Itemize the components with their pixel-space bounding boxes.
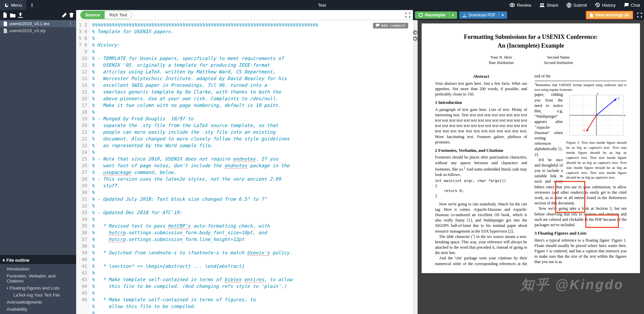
chevron-down-icon: ▾ [3,258,5,263]
svg-point-3 [542,3,544,5]
review-label: Review [517,3,531,8]
annotation-box [555,181,585,213]
sync-left-icon[interactable]: ◀ [413,30,418,35]
svg-point-0 [510,3,515,7]
code-block: int main(int argc, char *argv[]) { retur… [435,179,527,198]
file-icon [590,13,593,17]
section-heading: 3 Floating Figures and Lists [535,230,627,236]
author-block: Your N. HereYour Institution Second Name… [435,55,627,65]
rich-text-tab[interactable]: Rich Text [105,11,132,19]
download-pdf-button[interactable]: Download PDF ▾ [459,11,507,19]
pdf-page: Formatting Submissions for a USENIX Conf… [422,23,640,273]
chat-button[interactable]: Chat [620,0,644,10]
svg-text:−u: −u [581,128,585,132]
new-folder-icon[interactable] [10,13,15,17]
chat-label: Chat [631,3,640,8]
share-button[interactable]: Share [535,0,562,10]
pdf-preview[interactable]: Formatting Submissions for a USENIX Conf… [418,20,644,314]
expand-pdf-icon[interactable] [637,13,642,17]
svg-marker-9 [614,99,616,101]
chevron-down-icon: ▾ [7,287,8,290]
history-icon [595,3,600,8]
author-inst: Your Institution [489,60,514,65]
up-arrow-icon: ↥ [30,3,34,8]
refresh-icon [418,13,423,17]
watermark-text: 知乎 @Kingdo [521,275,624,294]
section-heading: 2 Footnotes, Verbatim, and Citations [435,147,527,153]
delete-icon[interactable] [69,13,73,17]
add-comment-button[interactable]: Add comment [373,23,408,28]
source-tab[interactable]: Source [80,11,105,19]
paragraph: Now we're going to cite somebody. Watch … [435,201,527,234]
file-outline-header[interactable]: ▾ File outline [0,256,76,264]
svg-point-2 [540,3,542,5]
review-icon [509,3,515,7]
top-bar: Menu ↥ Test Review Share Submit History … [0,0,644,10]
outline-item[interactable]: ▾Floating Figures and Lists [0,285,76,292]
globe-icon [567,3,572,8]
paragraph: A paragraph of text goes here. Lots of t… [435,107,527,145]
more-icon[interactable]: ⋮ [68,21,73,26]
comment-icon [376,24,380,27]
file-item-tex[interactable]: usenix2019_v3.1.tex ⋮ [0,20,76,27]
history-button[interactable]: History [591,0,620,10]
people-icon [539,3,545,7]
abstract-text: Your abstract text goes here. Just a few… [435,81,527,97]
submit-label: Submit [574,3,587,8]
file-name-label: usenix2019_v3.sty [9,28,46,33]
new-file-icon[interactable] [3,12,7,18]
add-comment-label: Add comment [381,23,406,28]
download-label: Download PDF [469,13,496,17]
author-name: Second Name [544,55,573,60]
code-content[interactable]: %%%%%%%%%%%%%%%%%%%%%%%%%%%%%%%%%%%%%%%%… [90,20,413,314]
share-label: Share [547,3,558,8]
svg-line-8 [596,99,616,115]
footnote: 1Remember that USENIX format stopped usi… [535,81,627,92]
file-tree-panel: usenix2019_v3.1.tex ⋮ usenix2019_v3.sty … [0,20,76,314]
paragraph: Footnotes should be places after punctua… [435,154,527,177]
code-editor[interactable]: Add comment 1 2 3 4 5 6 7 8 9 10 11 12 1… [76,20,413,314]
paper-body: Abstract Your abstract text goes here. J… [435,73,627,266]
review-button[interactable]: Review [505,0,535,10]
outline-item[interactable]: LaTeX-ing Your TeX File [0,292,76,299]
section-heading: 1 Introduction [435,100,527,106]
author-inst: Second Institution [544,60,573,65]
menu-label: Menu [11,3,22,8]
history-label: History [602,3,615,8]
expand-editor-icon[interactable] [406,13,410,17]
figure-1: y x u −u Figure 1: Text size inside figu… [566,92,627,180]
svg-line-10 [586,115,596,131]
outline-item[interactable]: Availability [0,306,76,313]
toolbar-row: Source Rich Text Recompile ▾ Download PD… [0,10,644,20]
outline-list: Introduction Footnotes, Verbatim, and Ci… [0,264,76,314]
rename-icon[interactable] [62,13,67,17]
paragraph: The tilde character (˜) in the tex sourc… [435,234,527,256]
file-icon [3,28,7,33]
figure-caption: Figure 1: Text size inside figure should… [566,140,627,180]
svg-marker-11 [586,129,589,131]
warnings-label: View warnings (4) [595,13,629,17]
sync-right-icon[interactable]: ▶ [413,36,418,41]
file-item-sty[interactable]: usenix2019_v3.sty [0,27,76,34]
recompile-button[interactable]: Recompile ▾ [415,11,457,19]
abstract-heading: Abstract [435,73,527,79]
author-name: Your N. Here [489,55,514,60]
svg-text:y: y [597,92,599,95]
outline-item[interactable]: Footnotes, Verbatim, and Citations [0,272,76,285]
paragraph: Here's a typical reference to a floating… [535,238,627,265]
outline-item[interactable]: Introduction [0,265,76,272]
svg-point-1 [512,4,513,6]
overleaf-logo-icon [4,3,9,8]
up-button[interactable]: ↥ [26,0,38,10]
menu-button[interactable]: Menu [0,0,26,10]
line-gutter: 1 2 3 4 5 6 7 8 9 10 11 12 13 14 15 16 1… [76,20,90,314]
svg-text:u: u [618,96,620,100]
submit-button[interactable]: Submit [562,0,591,10]
editor-pdf-splitter[interactable]: ◀ ▶ [413,20,418,314]
download-icon [463,13,467,17]
upload-icon[interactable] [18,12,23,18]
view-warnings-button[interactable]: View warnings (4) [586,11,633,19]
annotation-box [585,214,619,228]
outline-item[interactable]: Acknowledgments [0,299,76,306]
project-title: Test [318,3,326,8]
